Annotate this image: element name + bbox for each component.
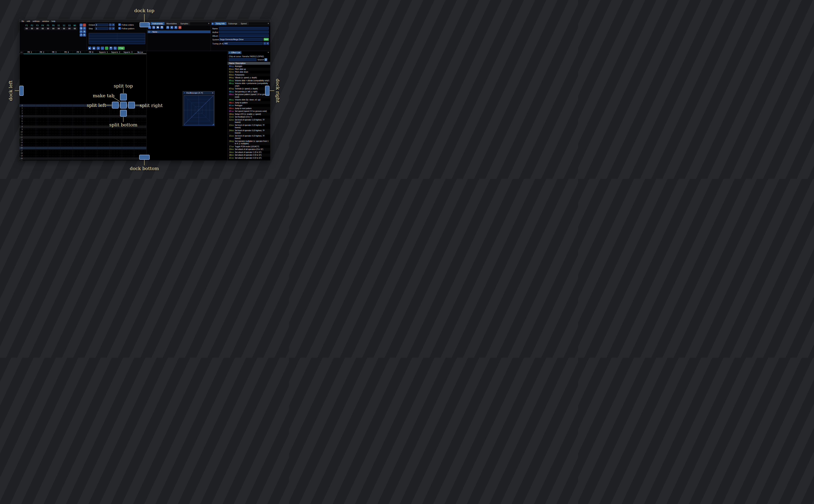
pattern-cell[interactable]: ··· ·· ·· ··· <box>60 118 73 120</box>
effect-row[interactable]: 16xySet operator multiplier (x: operator… <box>228 140 270 145</box>
pattern-cell[interactable]: ··· ·· ·· ··· <box>24 139 36 141</box>
dock-bottom-target[interactable] <box>139 155 150 160</box>
pattern-row[interactable]: 13··· ·· ·· ······ ·· ·· ······ ·· ·· ··… <box>20 139 146 141</box>
effect-row[interactable]: 01xxPitch slide up <box>228 68 270 71</box>
octave-decrease-button[interactable]: − <box>109 23 111 26</box>
remove-order-button[interactable]: − <box>83 24 86 27</box>
step-decrease-button[interactable]: − <box>109 27 111 30</box>
advance-row-button[interactable]: ↓ <box>101 47 104 50</box>
pattern-cell[interactable]: ··· ·· ·· ··· <box>24 120 36 123</box>
pattern-cell[interactable]: ··· ·· ·· ··· <box>73 133 85 136</box>
pattern-row[interactable]: 18··· ·· ·· ······ ·· ·· ······ ·· ·· ··… <box>20 152 146 155</box>
pattern-cell[interactable]: ··· ·· ·· ··· <box>122 118 134 120</box>
song-author-field[interactable] <box>219 31 269 33</box>
move-instrument-up-button[interactable] <box>170 26 173 29</box>
effect-row[interactable]: 17xxToggle PCM mode (LEGACY) <box>228 145 270 148</box>
pattern-cell[interactable]: ··· ·· ·· ··· <box>48 152 60 155</box>
pattern-cell[interactable]: ··· ·· ·· ··· <box>60 139 73 141</box>
tab-samples[interactable]: Samples <box>179 22 190 25</box>
pattern-cell[interactable]: ··· ·· ·· ··· <box>36 112 48 115</box>
pattern-cell[interactable]: ··· ·· ·· ··· <box>36 160 48 160</box>
instrument-list-item[interactable]: - None - <box>147 30 210 33</box>
order-cell[interactable]: 00 <box>29 27 34 30</box>
effect-row[interactable]: 11xxSet feedback (0 to 7) <box>228 116 270 118</box>
step-input[interactable] <box>95 27 108 30</box>
tab-song-info[interactable]: Song Info <box>214 22 226 25</box>
effect-row[interactable]: 12xxSet level of operator 1 (0 highest, … <box>228 118 270 124</box>
order-cell[interactable]: 00 <box>56 27 61 30</box>
pattern-cell[interactable]: ··· ·· ·· ··· <box>85 118 97 120</box>
pattern-cell[interactable]: ··· ·· ·· ··· <box>48 107 60 109</box>
effect-row[interactable]: 0DxxJump to next pattern <box>228 107 270 110</box>
edit-toggle-button[interactable] <box>105 47 108 50</box>
pattern-cell[interactable]: ··· ·· ·· ··· <box>36 115 48 118</box>
pattern-cell[interactable]: ··· ·· ·· ··· <box>48 139 60 141</box>
effect-row[interactable]: 19xxSet attack of all operators (0 to 1F… <box>228 148 270 151</box>
add-order-button[interactable]: + <box>80 24 83 27</box>
order-cell[interactable]: 00 <box>67 27 72 30</box>
pattern-cell[interactable]: ··· ·· ·· ··· <box>48 112 60 115</box>
pattern-row[interactable]: 9··· ·· ·· ······ ·· ·· ······ ·· ·· ···… <box>20 128 146 131</box>
pattern-cell[interactable]: ··· ·· ·· ··· <box>48 141 60 144</box>
pattern-cell[interactable]: ··· ·· ·· ··· <box>73 155 85 157</box>
pattern-cell[interactable]: ··· ·· ·· ··· <box>60 160 73 160</box>
split-top-target[interactable] <box>120 94 127 100</box>
pattern-cell[interactable]: ··· ·· ·· ··· <box>24 155 36 157</box>
effect-row[interactable]: 03xxPortamento <box>228 74 270 76</box>
pattern-cell[interactable]: ··· ·· ·· ··· <box>36 125 48 128</box>
pattern-cell[interactable]: ··· ·· ·· ··· <box>60 115 73 118</box>
pattern-cell[interactable]: ··· ·· ·· ··· <box>110 149 122 152</box>
effect-search-input[interactable] <box>229 58 256 61</box>
pattern-cell[interactable]: ··· ·· ·· ··· <box>122 149 134 152</box>
close-effect-list-icon[interactable]: ✕ <box>268 52 269 53</box>
pattern-cell[interactable]: ··· ·· ·· ··· <box>85 120 97 123</box>
effect-row[interactable]: 1CxxSet attack of operator 3 (0 to 1F) <box>228 157 270 160</box>
effect-row[interactable]: 08xySet panning (x: left; y: right) <box>228 90 270 93</box>
pattern-cell[interactable]: ··· ·· ·· ··· <box>60 110 73 112</box>
pattern-cell[interactable]: ··· ·· ·· ··· <box>36 128 48 131</box>
pattern-cell[interactable]: ··· ·· ·· ··· <box>60 104 73 107</box>
pattern-cell[interactable]: ··· ·· ·· ··· <box>24 110 36 112</box>
pattern-cell[interactable]: ··· ·· ·· ··· <box>73 136 85 139</box>
pattern-cell[interactable]: ··· ·· ·· ··· <box>48 125 60 128</box>
pattern-cell[interactable]: ··· ·· ·· ··· <box>24 118 36 120</box>
pattern-cell[interactable]: ··· ·· ·· ··· <box>60 120 73 123</box>
effect-row[interactable]: 09xxSet groove pattern (speed 1 if no gr… <box>228 93 270 98</box>
pattern-cell[interactable]: ··· ·· ·· ··· <box>73 115 85 118</box>
pattern-cell[interactable]: ··· ·· ·· ··· <box>73 123 85 125</box>
pattern-cell[interactable]: ··· ·· ·· ··· <box>48 110 60 112</box>
pattern-cell[interactable]: ··· ·· ·· ··· <box>73 149 85 152</box>
pattern-cell[interactable]: ··· ·· ·· ··· <box>122 131 134 133</box>
effect-row[interactable]: 02xxPitch slide down <box>228 71 270 74</box>
pattern-cell[interactable]: ··· ·· ·· ··· <box>48 149 60 152</box>
pattern-cell[interactable]: ··· ·· ·· ··· <box>97 152 110 155</box>
pattern-cell[interactable]: ··· ·· ·· ··· <box>134 136 146 139</box>
pattern-cell[interactable]: ··· ·· ·· ··· <box>73 112 85 115</box>
pattern-cell[interactable]: ··· ·· ·· ··· <box>85 115 97 118</box>
pattern-cell[interactable]: ··· ·· ·· ··· <box>24 104 36 107</box>
channel-header-fm-1[interactable]: FM 1 <box>24 51 36 54</box>
octave-input[interactable] <box>95 23 108 26</box>
metronome-button[interactable] <box>109 47 112 50</box>
pattern-cell[interactable]: ··· ·· ·· ··· <box>110 118 122 120</box>
pattern-cell[interactable]: ··· ·· ·· ··· <box>48 120 60 123</box>
pattern-cell[interactable]: ··· ·· ·· ··· <box>97 118 110 120</box>
octave-increase-button[interactable]: + <box>112 23 115 26</box>
pattern-cell[interactable]: ··· ·· ·· ··· <box>134 147 146 149</box>
pattern-cell[interactable]: ··· ·· ·· ··· <box>97 128 110 131</box>
effect-row[interactable]: 0AxyVolume slide (0y: down; x0: up) <box>228 98 270 101</box>
pattern-cell[interactable]: ··· ·· ·· ··· <box>36 110 48 112</box>
pattern-cell[interactable]: ··· ·· ·· ··· <box>97 120 110 123</box>
step-one-row-button[interactable]: ⇥ <box>97 47 100 50</box>
pattern-cell[interactable]: ··· ·· ·· ··· <box>122 141 134 144</box>
order-cell[interactable]: 00 <box>62 27 67 30</box>
pattern-cell[interactable]: ··· ·· ·· ··· <box>24 136 36 139</box>
duplicate-order-end-button[interactable] <box>83 30 86 33</box>
pattern-cell[interactable]: ··· ·· ·· ··· <box>36 104 48 107</box>
pattern-cell[interactable]: ··· ·· ·· ··· <box>36 139 48 141</box>
pattern-cell[interactable]: ··· ·· ·· ··· <box>73 147 85 149</box>
pattern-cell[interactable]: ··· ·· ·· ··· <box>122 152 134 155</box>
effect-row[interactable]: 04xyVibrato (x: speed; y: depth) <box>228 76 270 79</box>
pattern-cell[interactable]: ··· ·· ·· ··· <box>24 149 36 152</box>
pattern-row[interactable]: 0··· ·· ·· ······ ·· ·· ······ ·· ·· ···… <box>20 104 146 107</box>
